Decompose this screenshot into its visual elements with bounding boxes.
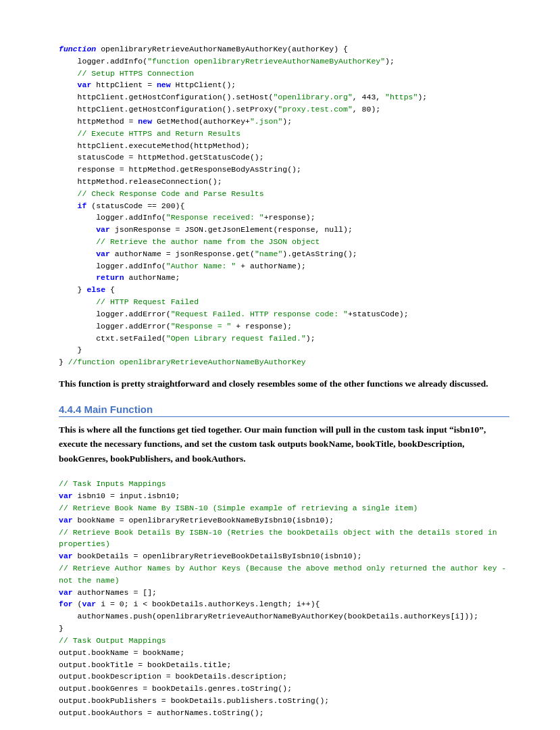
code-line: authorNames.push(openlibraryRetrieveAuth… — [59, 610, 509, 623]
code-line: } else { — [59, 284, 509, 296]
code-line: } — [59, 623, 509, 635]
code-line: for (var i = 0; i < bookDetails.authorKe… — [59, 598, 509, 610]
code-line: // Retrieve Book Details By ISBN-10 (Ret… — [59, 527, 509, 539]
code-line: logger.addInfo("function openlibraryRetr… — [59, 55, 509, 68]
code-line: } //function openlibraryRetrieveAuthorNa… — [59, 356, 509, 368]
code-line: // Setup HTTPS Connection — [59, 68, 509, 80]
code-line: output.bookDescription = bookDetails.des… — [59, 671, 509, 683]
code-line: // Retrieve Book Name By ISBN-10 (Simple… — [59, 502, 509, 514]
code-line: logger.addError("Request Failed. HTTP re… — [59, 308, 509, 320]
code-block-2: // Task Inputs Mappingsvar isbn10 = inpu… — [59, 475, 509, 721]
code-line: httpMethod = new GetMethod(authorKey+".j… — [59, 116, 509, 128]
page: function openlibraryRetrieveAuthorNameBy… — [0, 0, 560, 730]
code-line: var jsonResponse = JSON.getJsonElement(r… — [59, 224, 509, 236]
code-line: // Retrieve the author name from the JSO… — [59, 236, 509, 248]
code-line: } — [59, 344, 509, 356]
code-line: // Check Response Code and Parse Results — [59, 188, 509, 200]
code-line: httpMethod.releaseConnection(); — [59, 176, 509, 188]
prose-paragraph-1: This function is pretty straightforward … — [59, 376, 509, 391]
code-line: var httpClient = new HttpClient(); — [59, 79, 509, 91]
code-line: output.bookName = bookName; — [59, 647, 509, 659]
code-line: output.bookAuthors = authorNames.toStrin… — [59, 707, 509, 719]
code-line: properties) — [59, 538, 509, 550]
prose-paragraph-2: This is where all the functions get tied… — [59, 422, 509, 466]
code-line: var authorNames = []; — [59, 587, 509, 599]
code-line: output.bookPublishers = bookDetails.publ… — [59, 695, 509, 707]
code-line: logger.addInfo("Author Name: " + authorN… — [59, 260, 509, 272]
code-line: function openlibraryRetrieveAuthorNameBy… — [59, 43, 509, 55]
code-line: // Execute HTTPS and Return Results — [59, 128, 509, 140]
code-line: if (statusCode == 200){ — [59, 200, 509, 212]
code-line: output.bookTitle = bookDetails.title; — [59, 659, 509, 671]
code-line: logger.addInfo("Response received: "+res… — [59, 212, 509, 224]
code-line: // Retrieve Author Names by Author Keys … — [59, 562, 509, 575]
code-line: statusCode = httpMethod.getStatusCode(); — [59, 151, 509, 164]
code-line: // Task Inputs Mappings — [59, 478, 509, 490]
code-line: var bookName = openlibraryRetrieveBookNa… — [59, 514, 509, 527]
code-line: httpClient.getHostConfiguration().setPro… — [59, 103, 509, 116]
code-line: var authorName = jsonResponse.get("name"… — [59, 248, 509, 260]
code-line: logger.addError("Response = " + response… — [59, 320, 509, 333]
code-line: // Task Output Mappings — [59, 635, 509, 647]
code-line: var bookDetails = openlibraryRetrieveBoo… — [59, 550, 509, 562]
code-line: return authorName; — [59, 272, 509, 284]
code-line: response = httpMethod.getResponseBodyAsS… — [59, 164, 509, 176]
section-heading-444: 4.4.4 Main Function — [59, 404, 509, 417]
code-line: not the name) — [59, 575, 509, 587]
code-line: httpClient.getHostConfiguration().setHos… — [59, 91, 509, 103]
code-line: // HTTP Request Failed — [59, 296, 509, 308]
code-line: var isbn10 = input.isbn10; — [59, 490, 509, 502]
code-block-1: function openlibraryRetrieveAuthorNameBy… — [59, 41, 509, 371]
code-line: output.bookGenres = bookDetails.genres.t… — [59, 683, 509, 695]
code-line: ctxt.setFailed("Open Library request fai… — [59, 333, 509, 345]
code-line: httpClient.executeMethod(httpMethod); — [59, 140, 509, 152]
